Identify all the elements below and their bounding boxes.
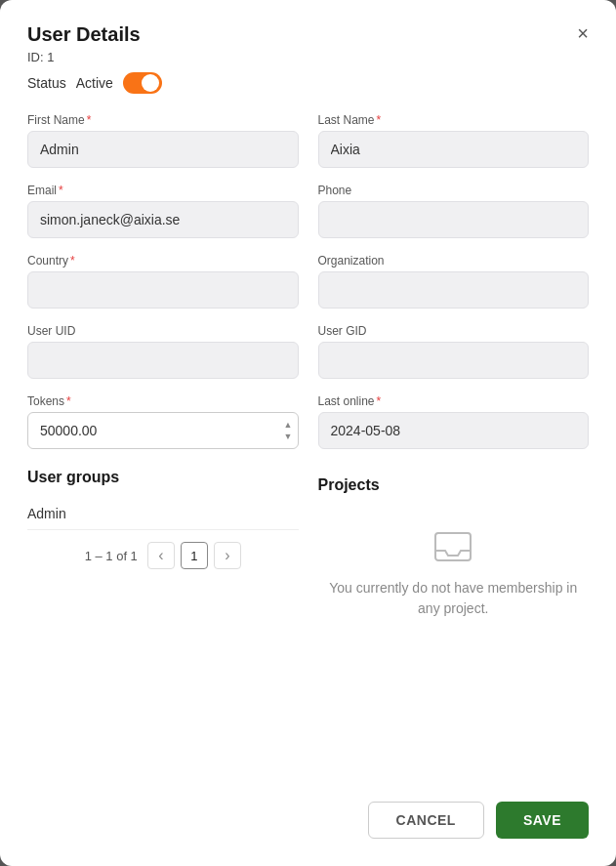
form-grid: First Name* Last Name* Email* Phone Coun…	[27, 113, 589, 449]
modal-title: User Details	[27, 23, 141, 46]
pagination-prev-button[interactable]: ‹	[147, 542, 175, 569]
list-item: Admin	[27, 498, 299, 530]
tokens-increment-button[interactable]: ▲	[282, 420, 295, 431]
modal-footer: CANCEL SAVE	[27, 786, 589, 839]
user-uid-field: User UID	[27, 324, 299, 379]
first-name-field: First Name*	[27, 113, 299, 168]
organization-input[interactable]	[318, 271, 590, 309]
last-online-input[interactable]	[318, 412, 590, 449]
projects-section: Projects You currently do not have membe…	[318, 469, 590, 763]
projects-empty: You currently do not have membership in …	[318, 525, 590, 619]
bottom-section: User groups Admin 1 – 1 of 1 ‹ 1 › Proje…	[27, 469, 589, 763]
projects-empty-text: You currently do not have membership in …	[318, 578, 590, 619]
last-online-field: Last online*	[318, 394, 590, 449]
tokens-input[interactable]	[27, 412, 299, 449]
tokens-field: Tokens* ▲ ▼	[27, 394, 299, 449]
last-online-label: Last online*	[318, 394, 590, 408]
email-field: Email*	[27, 184, 299, 238]
pagination-page-1-button[interactable]: 1	[181, 542, 208, 569]
email-label: Email*	[27, 184, 299, 197]
user-groups-section: User groups Admin 1 – 1 of 1 ‹ 1 ›	[27, 469, 299, 763]
tokens-spinner: ▲ ▼	[282, 420, 295, 442]
tokens-label: Tokens*	[27, 394, 299, 408]
phone-label: Phone	[318, 184, 590, 197]
phone-input[interactable]	[318, 201, 590, 238]
user-groups-title: User groups	[27, 469, 299, 486]
user-gid-input[interactable]	[318, 342, 590, 379]
country-input[interactable]	[27, 271, 299, 309]
organization-field: Organization	[318, 254, 590, 309]
close-button[interactable]: ×	[577, 23, 589, 43]
cancel-button[interactable]: CANCEL	[368, 802, 484, 839]
last-name-input[interactable]	[318, 131, 590, 168]
pagination-range: 1 – 1 of 1	[85, 549, 138, 563]
tokens-input-wrapper: ▲ ▼	[27, 412, 299, 449]
last-name-field: Last Name*	[318, 113, 590, 168]
last-name-label: Last Name*	[318, 113, 590, 127]
pagination: 1 – 1 of 1 ‹ 1 ›	[27, 542, 299, 569]
organization-label: Organization	[318, 254, 590, 268]
first-name-label: First Name*	[27, 113, 299, 127]
tokens-decrement-button[interactable]: ▼	[282, 432, 295, 442]
user-uid-input[interactable]	[27, 342, 299, 379]
first-name-input[interactable]	[27, 131, 299, 168]
user-uid-label: User UID	[27, 324, 299, 338]
country-label: Country*	[27, 254, 299, 268]
status-label: Status	[27, 75, 66, 91]
status-row: Status Active	[27, 72, 589, 94]
country-field: Country*	[27, 254, 299, 309]
phone-field: Phone	[318, 184, 590, 238]
email-input[interactable]	[27, 201, 299, 238]
pagination-next-button[interactable]: ›	[214, 542, 241, 569]
inbox-icon	[431, 525, 474, 568]
active-toggle[interactable]	[123, 72, 162, 94]
user-gid-field: User GID	[318, 324, 590, 379]
save-button[interactable]: SAVE	[496, 802, 589, 839]
user-details-modal: User Details × ID: 1 Status Active First…	[0, 0, 616, 866]
modal-header: User Details ×	[27, 23, 589, 46]
user-gid-label: User GID	[318, 324, 590, 338]
projects-title: Projects	[318, 476, 380, 494]
user-id: ID: 1	[27, 50, 589, 64]
active-label: Active	[76, 75, 113, 91]
